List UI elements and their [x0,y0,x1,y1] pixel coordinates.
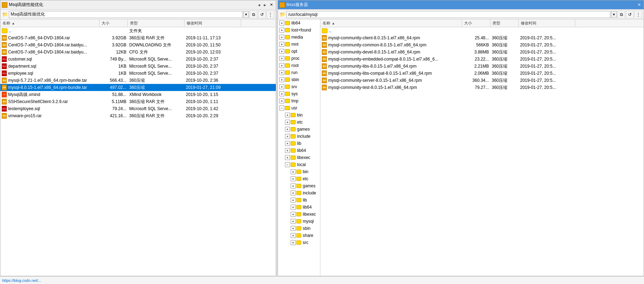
tree-expand-btn[interactable]: + [291,176,296,181]
list-item[interactable]: +media [278,34,320,41]
table-row[interactable]: SQLemployee.sql1KBMicrosoft SQL Serve...… [0,70,276,77]
tree-expand-btn[interactable]: + [285,127,290,132]
right-close-button[interactable]: ✕ [636,2,642,7]
table-row[interactable]: 360SSHSecureShellClient-3.2.9.rar5.11MB3… [0,98,276,105]
table-row[interactable]: SQLdepartment.sql1KBMicrosoft SQL Serve.… [0,63,276,70]
tree-expand-btn[interactable]: + [291,198,296,203]
list-item[interactable]: +bin [278,112,320,119]
tree-expand-btn[interactable]: + [279,98,284,103]
right-menu-btn[interactable]: ⋮ [634,11,642,18]
left-col-size[interactable]: 大小 [99,19,128,27]
status-link[interactable]: https://blog.csdn.net/... [2,278,41,283]
list-item[interactable]: −local [278,161,320,168]
table-row[interactable]: 360CentOS-7-x86_64-DVD-1804.rar3.92GB360… [0,34,276,41]
tree-expand-btn[interactable]: + [279,56,284,61]
list-item[interactable]: +include [278,133,320,140]
tree-expand-btn[interactable]: + [285,134,290,139]
list-item[interactable]: +games [278,126,320,133]
tree-expand-btn[interactable]: + [279,77,284,82]
right-tree-pane[interactable]: +lib64+lost+found+media+mnt+opt+proc+roo… [278,19,320,276]
left-col-type[interactable]: 类型 [128,19,184,27]
right-col-name[interactable]: 名称 ▲ [320,19,462,27]
list-item[interactable]: +sys [278,90,320,97]
tree-expand-btn[interactable]: + [285,148,290,153]
right-col-date[interactable]: 修改时间 [519,19,575,27]
left-nav-fwd[interactable]: ► [263,3,267,7]
tree-expand-btn[interactable]: + [279,91,284,96]
table-row[interactable]: 360vmware-pro15.rar421.16...360压缩 RAR 文件… [0,112,276,119]
tree-expand-btn[interactable]: + [279,49,284,54]
list-item[interactable]: +lost+found [278,27,320,34]
tree-expand-btn[interactable]: + [279,35,284,40]
table-row[interactable]: 360CentOS-7-x86_64-DVD-1804.rar.baidyu..… [0,49,276,56]
right-file-list[interactable]: ..360mysql-community-client-8.0.15-1.el7… [320,27,644,276]
list-item[interactable]: +etc [278,119,320,126]
tree-expand-btn[interactable]: − [285,162,290,167]
list-item[interactable]: +bin [278,168,320,175]
right-col-size[interactable]: 大小 [462,19,490,27]
list-item[interactable]: +tmp [278,97,320,104]
tree-expand-btn[interactable]: + [279,28,284,33]
tree-expand-btn[interactable]: + [291,183,296,188]
list-item[interactable]: +opt [278,48,320,55]
table-row[interactable]: ..文件夹 [0,27,276,34]
list-item[interactable]: +include [278,189,320,197]
tree-expand-btn[interactable]: + [279,70,284,75]
list-item[interactable]: +lib [278,140,320,147]
list-item[interactable]: −usr [278,104,320,112]
left-file-list[interactable]: ..文件夹360CentOS-7-x86_64-DVD-1804.rar3.92… [0,27,276,276]
list-item[interactable]: +sbin [278,76,320,83]
tree-expand-btn[interactable]: + [291,191,296,195]
list-item[interactable]: +root [278,62,320,69]
table-row[interactable]: SQLtestemployee.sql79.24...Microsoft SQL… [0,105,276,112]
table-row[interactable]: SQLcustomer.sql749 By...Microsoft SQL Se… [0,56,276,63]
table-row[interactable]: 360mysql-community-client-8.0.15-1.el7.x… [320,34,644,41]
tree-expand-btn[interactable]: + [291,219,296,224]
left-col-name[interactable]: 名称 ▲ [0,19,99,27]
tree-expand-btn[interactable]: + [285,141,290,146]
tree-expand-btn[interactable]: + [285,113,290,118]
right-refresh-btn[interactable]: ↺ [626,11,634,18]
list-item[interactable]: +proc [278,55,320,62]
list-item[interactable]: +mnt [278,41,320,48]
left-path-input[interactable] [9,11,243,18]
left-copy-btn[interactable]: ⧉ [250,11,257,18]
list-item[interactable]: +run [278,69,320,76]
table-row[interactable]: 360CentOS-7-x86_64-DVD-1804.rar.baidyu..… [0,41,276,49]
left-nav-back[interactable]: ◄ [257,3,261,7]
tree-expand-btn[interactable]: + [279,21,284,25]
list-item[interactable]: +srv [278,83,320,90]
list-item[interactable]: +share [278,232,320,239]
tree-expand-btn[interactable]: + [291,212,296,217]
list-item[interactable]: +libexec [278,154,320,161]
list-item[interactable]: +mysql [278,218,320,225]
table-row[interactable]: 360mysql-community-server-8.0.15-1.el7.x… [320,77,644,84]
table-row[interactable]: 360mysql-community-devel-8.0.15-1.el7.x8… [320,49,644,56]
tree-expand-btn[interactable]: + [279,42,284,47]
list-item[interactable]: +lib64 [278,204,320,211]
left-refresh-btn[interactable]: ↺ [258,11,266,18]
table-row[interactable]: .. [320,27,644,34]
left-menu-btn[interactable]: ⋮ [267,11,274,18]
list-item[interactable]: +lib64 [278,147,320,154]
table-row[interactable]: 360mysql-community-common-8.0.15-1.el7.x… [320,41,644,49]
right-path-input[interactable] [286,11,610,18]
table-row[interactable]: XMysql高级.xmind51.88...XMind Workbook2019… [0,91,276,98]
table-row[interactable]: 360mysql-8.0.15-1.el7.x86_64.rpm-bundle.… [0,84,276,91]
right-copy-btn[interactable]: ⧉ [617,11,625,18]
right-col-type[interactable]: 类型 [490,19,519,27]
tree-expand-btn[interactable]: + [291,240,296,245]
list-item[interactable]: +sbin [278,225,320,232]
left-path-dropdown[interactable]: ▼ [243,11,249,18]
list-item[interactable]: +lib64 [278,19,320,27]
right-path-dropdown[interactable]: ▼ [611,11,617,18]
list-item[interactable]: +src [278,239,320,246]
table-row[interactable]: 360mysql-community-libs-compat-8.0.15-1.… [320,70,644,77]
table-row[interactable]: 360mysql-community-test-8.0.15-1.el7.x86… [320,84,644,91]
tree-expand-btn[interactable]: + [285,120,290,125]
left-close-button[interactable]: ✕ [268,2,274,7]
tree-expand-btn[interactable]: − [279,106,284,110]
list-item[interactable]: +lib [278,197,320,204]
table-row[interactable]: 360mysql-community-libs-8.0.15-1.el7.x86… [320,63,644,70]
tree-expand-btn[interactable]: + [291,169,296,174]
